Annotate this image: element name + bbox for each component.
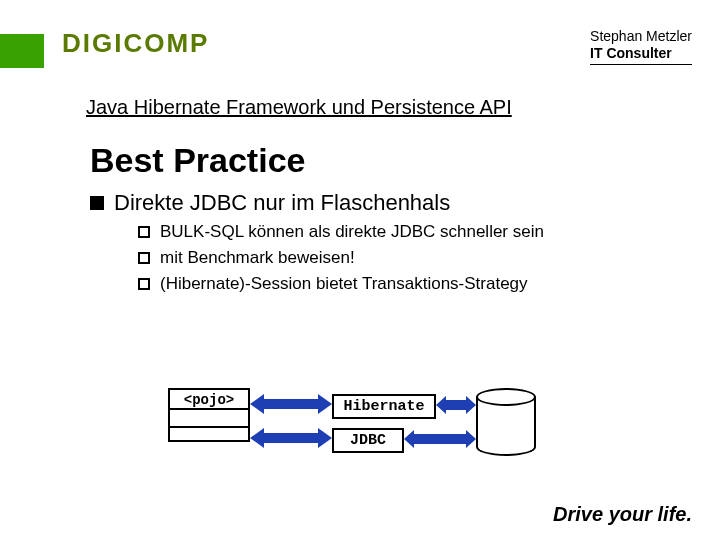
pojo-label: <pojo> [170,390,248,408]
svg-marker-2 [436,396,476,414]
sub-bullet-text: (Hibernate)-Session bietet Transaktions-… [160,274,528,294]
svg-marker-0 [250,394,332,414]
author-name: Stephan Metzler [590,28,692,45]
database-icon [476,388,536,456]
sub-bullet-item: (Hibernate)-Session bietet Transaktions-… [138,274,720,294]
bullet-square-open-icon [138,278,150,290]
logo-text: DIGICOMP [62,28,209,59]
sub-bullet-text: mit Benchmark beweisen! [160,248,355,268]
author-role: IT Consulter [590,45,692,62]
hibernate-box: Hibernate [332,394,436,419]
svg-marker-3 [404,430,476,448]
arrow-jdbc-db-icon [404,428,476,450]
accent-block [0,34,44,68]
sub-bullet-text: BULK-SQL können als direkte JDBC schnell… [160,222,544,242]
bullet-square-filled-icon [90,196,104,210]
author-block: Stephan Metzler IT Consulter [590,28,692,65]
jdbc-box: JDBC [332,428,404,453]
sub-bullet-item: mit Benchmark beweisen! [138,248,720,268]
bullet-list: Direkte JDBC nur im Flaschenhals BULK-SQ… [90,190,720,294]
page-title: Best Practice [90,141,720,180]
slogan-text: Drive your life. [553,503,692,526]
bullet-item: Direkte JDBC nur im Flaschenhals [90,190,720,216]
arrow-pojo-hibernate-icon [250,392,332,416]
svg-marker-1 [250,428,332,448]
arrow-pojo-jdbc-icon [250,426,332,450]
bullet-square-open-icon [138,226,150,238]
bullet-square-open-icon [138,252,150,264]
bullet-text: Direkte JDBC nur im Flaschenhals [114,190,450,216]
arrow-hibernate-db-icon [436,394,476,416]
pojo-box: <pojo> [168,388,250,442]
architecture-diagram: <pojo> Hibernate JDBC [168,388,568,478]
sub-bullet-item: BULK-SQL können als direkte JDBC schnell… [138,222,720,242]
page-subtitle: Java Hibernate Framework und Persistence… [86,96,720,119]
